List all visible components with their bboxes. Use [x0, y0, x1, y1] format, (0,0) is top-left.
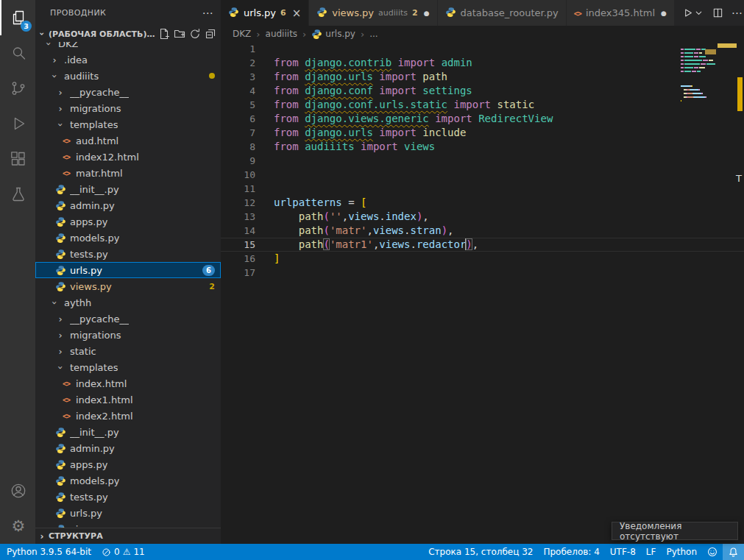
tree-item-index2.html[interactable]: <>index2.html [35, 408, 221, 424]
activity-search[interactable] [0, 35, 35, 71]
code-editor[interactable]: 12from django.contrib import admin3from … [221, 42, 744, 544]
tree-item-aythh[interactable]: ›aythh [35, 294, 221, 311]
tree-item-templates[interactable]: ›templates [35, 359, 221, 375]
tree-item-DKZ[interactable]: ›DKZ [35, 42, 221, 52]
activity-account[interactable] [0, 473, 35, 508]
tree-item-apps.py[interactable]: apps.py [35, 456, 221, 472]
code-line-14[interactable]: 14 path('matr',views.stran), [221, 224, 744, 238]
collapse-folders-icon[interactable] [205, 28, 216, 40]
breadcrumb-DKZ[interactable]: DKZ [233, 29, 251, 39]
breadcrumb-urls.py[interactable]: urls.py [311, 29, 355, 40]
activity-settings[interactable]: ⚙ [0, 508, 35, 544]
code-line-17[interactable]: 17 [221, 266, 744, 280]
line-number[interactable]: 11 [221, 182, 255, 196]
activity-explorer[interactable]: 3 [0, 0, 35, 35]
tab-urls.py[interactable]: urls.py6× [221, 0, 309, 26]
code-line-13[interactable]: 13 path('',views.index), [221, 210, 744, 224]
activity-source-control[interactable] [0, 71, 35, 106]
tree-item-apps.py[interactable]: apps.py [35, 213, 221, 230]
status-item[interactable]: UTF-8 [605, 544, 641, 560]
tree-item-aud.html[interactable]: <>aud.html [35, 132, 221, 149]
breadcrumb-...[interactable]: ... [369, 29, 378, 39]
problems-status[interactable]: 0 ⚠ 11 [96, 544, 150, 560]
notification-toast[interactable]: Уведомления отсутствуют [612, 522, 738, 540]
code-line-4[interactable]: 4from django.conf import settings [221, 84, 744, 98]
tree-item-audiiits[interactable]: ›audiiits [35, 68, 221, 84]
line-number[interactable]: 7 [221, 126, 255, 140]
tab-views.py[interactable]: views.pyaudiiits2● [309, 0, 437, 26]
run-python-file-button[interactable] [682, 7, 704, 18]
line-number[interactable]: 1 [221, 42, 255, 56]
code-line-7[interactable]: 7from django.urls import include [221, 126, 744, 140]
explorer-more-actions-icon[interactable]: ⋯ [202, 7, 213, 20]
tree-item-__init__.py[interactable]: __init__.py [35, 424, 221, 440]
new-file-icon[interactable] [158, 28, 170, 40]
tree-item-views.py[interactable]: views.py [35, 521, 221, 528]
tree-item-__pycache__[interactable]: ›__pycache__ [35, 311, 221, 327]
line-number[interactable]: 16 [221, 252, 255, 266]
code-line-15[interactable]: 15 path('matr1',views.redactor), [221, 238, 744, 252]
code-line-9[interactable]: 9 [221, 154, 744, 168]
line-number[interactable]: 14 [221, 224, 255, 238]
tree-item-views.py[interactable]: views.py2 [35, 278, 221, 294]
tree-item-urls.py[interactable]: urls.py6 [35, 262, 221, 278]
editor-more-actions-icon[interactable]: ⋯ [731, 7, 743, 20]
code-line-12[interactable]: 12urlpatterns = [ [221, 196, 744, 210]
activity-extensions[interactable] [0, 141, 35, 177]
tree-item-urls.py[interactable]: urls.py [35, 505, 221, 521]
new-folder-icon[interactable] [174, 28, 185, 40]
line-number[interactable]: 5 [221, 98, 255, 112]
line-number[interactable]: 10 [221, 168, 255, 182]
breadcrumb-audiiits[interactable]: audiiits [266, 29, 298, 39]
tab-index345.html[interactable]: <>index345.html● [567, 0, 675, 26]
status-item[interactable]: Строка 15, столбец 32 [423, 544, 538, 560]
status-item[interactable]: LF [641, 544, 662, 560]
tree-item-tests.py[interactable]: tests.py [35, 489, 221, 505]
code-line-10[interactable]: 10 [221, 168, 744, 182]
tree-item-static[interactable]: ›static [35, 343, 221, 359]
status-item[interactable]: Пробелов: 4 [538, 544, 604, 560]
tree-item-.idea[interactable]: ›.idea [35, 52, 221, 68]
close-tab-icon[interactable]: × [292, 7, 302, 20]
tree-item-matr.html[interactable]: <>matr.html [35, 165, 221, 181]
minimap[interactable] [681, 43, 734, 106]
split-editor-button[interactable] [712, 7, 723, 18]
line-number[interactable]: 6 [221, 112, 255, 126]
line-number[interactable]: 4 [221, 84, 255, 98]
line-number[interactable]: 8 [221, 140, 255, 154]
tree-item-__init__.py[interactable]: __init__.py [35, 181, 221, 197]
python-interpreter-status[interactable]: Python 3.9.5 64-bit [1, 544, 96, 560]
line-number[interactable]: 13 [221, 210, 255, 224]
tree-item-admin.py[interactable]: admin.py [35, 197, 221, 213]
activity-testing[interactable] [0, 177, 35, 212]
line-number[interactable]: 15 [221, 238, 255, 252]
feedback-smiley-icon[interactable] [702, 544, 723, 560]
line-number[interactable]: 17 [221, 266, 255, 280]
tree-item-tests.py[interactable]: tests.py [35, 246, 221, 262]
code-line-6[interactable]: 6from django.views.generic import Redire… [221, 112, 744, 126]
tree-item-migrations[interactable]: ›migrations [35, 100, 221, 116]
line-number[interactable]: 9 [221, 154, 255, 168]
tree-item-models.py[interactable]: models.py [35, 472, 221, 489]
code-line-5[interactable]: 5from django.conf.urls.static import sta… [221, 98, 744, 112]
tree-item-index1.html[interactable]: <>index1.html [35, 391, 221, 408]
code-line-2[interactable]: 2from django.contrib import admin [221, 56, 744, 70]
line-number[interactable]: 2 [221, 56, 255, 70]
activity-run-debug[interactable] [0, 106, 35, 141]
status-item[interactable]: Python [661, 544, 702, 560]
workspace-section-header[interactable]: › (РАБОЧАЯ ОБЛАСТЬ) ... [35, 26, 221, 42]
line-number[interactable]: 12 [221, 196, 255, 210]
code-line-16[interactable]: 16] [221, 252, 744, 266]
notifications-bell-icon[interactable] [723, 544, 744, 560]
tree-item-models.py[interactable]: models.py [35, 230, 221, 246]
tree-item-__pycache__[interactable]: ›__pycache__ [35, 84, 221, 100]
line-number[interactable]: 3 [221, 70, 255, 84]
tree-item-index.html[interactable]: <>index.html [35, 375, 221, 391]
tree-item-admin.py[interactable]: admin.py [35, 440, 221, 456]
code-line-11[interactable]: 11 [221, 182, 744, 196]
tab-database_roouter.py[interactable]: database_roouter.py [438, 0, 567, 26]
outline-section-header[interactable]: › СТРУКТУРА [35, 528, 221, 544]
tree-item-templates[interactable]: ›templates [35, 116, 221, 132]
code-line-8[interactable]: 8from audiiits import views [221, 140, 744, 154]
code-line-1[interactable]: 1 [221, 42, 744, 56]
